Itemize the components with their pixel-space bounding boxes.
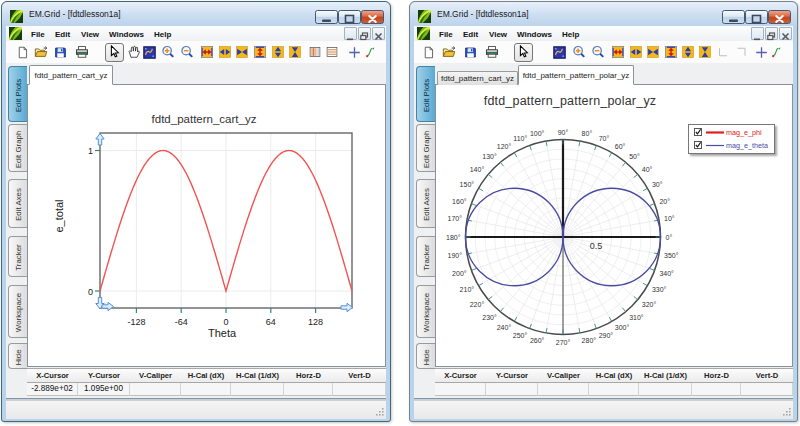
svg-text:310°: 310° [629,314,644,321]
svg-text:330°: 330° [652,286,667,293]
svg-text:30°: 30° [652,181,663,188]
svg-text:280°: 280° [582,337,597,344]
svg-text:0.5: 0.5 [590,241,603,251]
svg-text:40°: 40° [642,166,653,173]
svg-text:Theta: Theta [208,327,237,339]
svg-text:10°: 10° [664,215,675,222]
svg-text:270°: 270° [556,339,571,346]
svg-text:320°: 320° [642,301,657,308]
svg-text:-128: -128 [127,317,145,327]
svg-text:64: 64 [266,317,276,327]
svg-text:50°: 50° [629,153,640,160]
svg-text:70°: 70° [599,135,610,142]
svg-text:e_total: e_total [53,199,65,232]
svg-text:300°: 300° [615,324,630,331]
svg-text:1: 1 [88,146,93,156]
svg-text:180°: 180° [446,234,461,241]
svg-text:-64: -64 [175,317,188,327]
svg-text:220°: 220° [470,301,485,308]
svg-text:170°: 170° [448,215,463,222]
svg-text:160°: 160° [452,198,467,205]
svg-text:210°: 210° [460,286,475,293]
svg-text:100°: 100° [530,130,545,137]
svg-text:340°: 340° [659,270,674,277]
svg-text:fdtd_pattern_cart_yz: fdtd_pattern_cart_yz [152,113,257,125]
svg-text:0: 0 [88,287,93,297]
svg-text:150°: 150° [460,181,475,188]
svg-text:200°: 200° [452,270,467,277]
svg-text:240°: 240° [497,324,512,331]
svg-text:230°: 230° [482,314,497,321]
svg-text:140°: 140° [470,166,485,173]
svg-text:20°: 20° [659,198,670,205]
svg-text:260°: 260° [530,337,545,344]
svg-text:290°: 290° [599,332,614,339]
svg-text:120°: 120° [497,143,512,150]
svg-text:80°: 80° [582,130,593,137]
svg-text:250°: 250° [513,332,528,339]
svg-text:190°: 190° [448,252,463,259]
svg-text:fdtd_pattern_pattern_polar_yz: fdtd_pattern_pattern_polar_yz [484,94,657,108]
svg-text:60°: 60° [615,143,626,150]
svg-text:110°: 110° [513,135,527,142]
svg-text:0: 0 [223,317,228,327]
svg-text:90°: 90° [558,129,569,136]
svg-text:128: 128 [308,317,323,327]
svg-text:130°: 130° [482,153,497,160]
svg-text:350°: 350° [664,252,679,259]
svg-text:0°: 0° [666,234,673,241]
